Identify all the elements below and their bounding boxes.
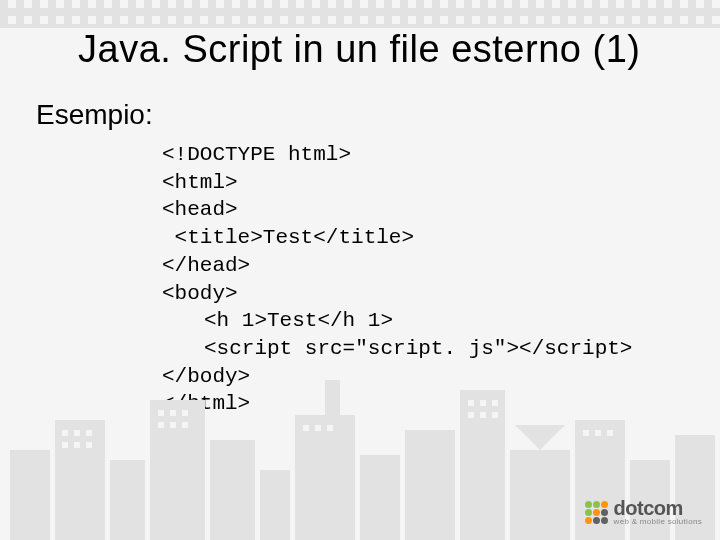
code-line: <body> <box>162 282 238 305</box>
code-line: <script src="script. js"></script> <box>162 335 632 363</box>
code-block: <!DOCTYPE html> <html> <head> <title>Tes… <box>0 131 720 418</box>
logo-tagline: web & mobile solutions <box>614 518 702 526</box>
code-line: </body> <box>162 365 250 388</box>
svg-rect-4 <box>210 440 255 540</box>
svg-rect-27 <box>182 422 188 428</box>
svg-rect-39 <box>607 430 613 436</box>
top-dot-pattern <box>0 0 720 28</box>
logo-name: dotcom <box>614 498 702 518</box>
svg-rect-38 <box>595 430 601 436</box>
svg-rect-3 <box>150 400 205 540</box>
svg-rect-21 <box>86 442 92 448</box>
svg-rect-8 <box>360 455 400 540</box>
example-label: Esempio: <box>0 71 720 131</box>
svg-rect-6 <box>295 415 355 540</box>
svg-rect-16 <box>62 430 68 436</box>
svg-rect-5 <box>260 470 290 540</box>
svg-rect-1 <box>55 420 105 540</box>
svg-rect-19 <box>62 442 68 448</box>
code-line: </head> <box>162 254 250 277</box>
code-line: </html> <box>162 392 250 415</box>
svg-rect-20 <box>74 442 80 448</box>
code-line: <head> <box>162 198 238 221</box>
svg-rect-29 <box>315 425 321 431</box>
svg-rect-0 <box>10 450 50 540</box>
code-line: <html> <box>162 171 238 194</box>
svg-rect-11 <box>510 450 570 540</box>
code-line: <title>Test</title> <box>162 226 414 249</box>
logo-dots-icon <box>585 501 608 524</box>
svg-rect-37 <box>583 430 589 436</box>
code-line: <!DOCTYPE html> <box>162 143 351 166</box>
svg-rect-26 <box>170 422 176 428</box>
svg-rect-28 <box>303 425 309 431</box>
svg-rect-2 <box>110 460 145 540</box>
svg-rect-25 <box>158 422 164 428</box>
svg-rect-17 <box>74 430 80 436</box>
brand-logo: dotcom web & mobile solutions <box>585 498 702 526</box>
svg-rect-30 <box>327 425 333 431</box>
svg-rect-9 <box>405 430 455 540</box>
code-line: <h 1>Test</h 1> <box>162 307 393 335</box>
svg-rect-18 <box>86 430 92 436</box>
svg-marker-12 <box>515 425 565 450</box>
